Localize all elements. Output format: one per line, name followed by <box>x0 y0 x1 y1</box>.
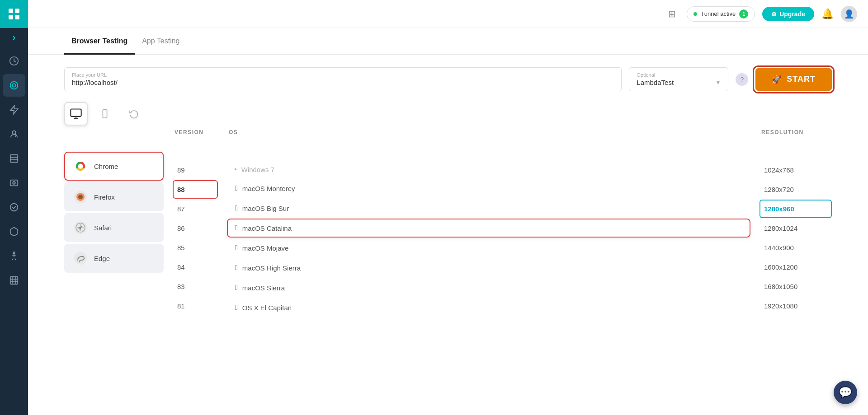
columns-area: Chrome Firefox <box>28 143 868 318</box>
os-macos-big-sur[interactable]:  macOS Big Sur <box>227 199 750 218</box>
windows-icon: ▪ <box>234 165 237 173</box>
browser-edge[interactable]: Edge <box>64 244 164 273</box>
apple-icon-mojave:  <box>235 244 238 252</box>
sidebar-expand-arrow[interactable]: › <box>0 28 28 46</box>
optional-label: Optional <box>637 72 721 78</box>
svg-point-13 <box>13 182 15 184</box>
version-84[interactable]: 84 <box>173 258 218 276</box>
os-column: ▪ Windows 7  macOS Monterey  macOS Big… <box>218 152 750 318</box>
os-macos-sierra[interactable]:  macOS Sierra <box>227 278 750 297</box>
sidebar-item-commerce[interactable] <box>3 220 25 243</box>
browser-chrome[interactable]: Chrome <box>64 152 164 181</box>
main-content: ⊞ Tunnel active 1 ⊕ Upgrade 🔔 👤 Browser … <box>28 0 868 415</box>
os-column-header: OS <box>227 129 750 135</box>
chevron-down-icon: ▼ <box>715 79 721 86</box>
sidebar: › <box>0 0 28 415</box>
apple-icon-sierra:  <box>235 284 238 292</box>
user-avatar[interactable]: 👤 <box>841 6 857 22</box>
svg-rect-0 <box>9 9 13 13</box>
os-macos-mojave[interactable]:  macOS Mojave <box>227 238 750 257</box>
browser-safari[interactable]: Safari <box>64 213 164 242</box>
sidebar-item-smartui[interactable] <box>3 196 25 219</box>
device-mobile[interactable] <box>93 102 117 126</box>
device-row <box>28 91 868 126</box>
chat-icon: 💬 <box>839 386 852 399</box>
tunnel-badge[interactable]: Tunnel active 1 <box>687 6 755 22</box>
version-86[interactable]: 86 <box>173 219 218 238</box>
content-area: Browser Testing App Testing Place your U… <box>28 28 868 415</box>
version-85[interactable]: 85 <box>173 238 218 257</box>
version-81[interactable]: 81 <box>173 297 218 315</box>
optional-select-wrapper: Optional LambdaTest ▼ <box>629 67 728 91</box>
url-input-wrapper: Place your URL <box>64 67 622 91</box>
svg-point-15 <box>13 252 15 254</box>
version-89[interactable]: 89 <box>173 161 218 179</box>
os-windows7[interactable]: ▪ Windows 7 <box>227 161 750 178</box>
svg-rect-12 <box>10 180 18 186</box>
sidebar-item-accessibility[interactable] <box>3 245 25 267</box>
version-88[interactable]: 88 <box>173 180 218 199</box>
config-area: Place your URL Optional LambdaTest ▼ ? 🚀… <box>28 55 868 91</box>
res-1280x720[interactable]: 1280x720 <box>760 180 832 199</box>
sidebar-logo[interactable] <box>0 0 28 28</box>
res-1024x768[interactable]: 1024x768 <box>760 161 832 179</box>
sidebar-nav <box>0 46 28 415</box>
sidebar-item-repository[interactable] <box>3 269 25 292</box>
svg-point-6 <box>10 82 18 89</box>
browser-column: Chrome Firefox <box>64 152 164 318</box>
svg-point-14 <box>10 204 18 211</box>
os-big-sur-label: macOS Big Sur <box>242 205 289 212</box>
res-1280x960[interactable]: 1280x960 <box>760 200 832 218</box>
firefox-label: Firefox <box>94 193 115 201</box>
firefox-icon <box>72 189 89 205</box>
apple-icon-catalina:  <box>235 224 238 232</box>
safari-label: Safari <box>94 224 112 232</box>
res-1600x1200[interactable]: 1600x1200 <box>760 258 832 276</box>
res-1440x900[interactable]: 1440x900 <box>760 238 832 257</box>
version-87[interactable]: 87 <box>173 200 218 218</box>
help-icon[interactable]: ? <box>736 73 748 86</box>
start-label: START <box>787 75 816 84</box>
svg-point-26 <box>78 164 83 169</box>
user-icon: 👤 <box>844 9 854 19</box>
sidebar-item-automation[interactable] <box>3 98 25 121</box>
upgrade-button[interactable]: ⊕ Upgrade <box>762 7 814 21</box>
tab-browser-testing[interactable]: Browser Testing <box>64 28 135 55</box>
sidebar-item-screenshots[interactable] <box>3 172 25 194</box>
os-macos-high-sierra[interactable]:  macOS High Sierra <box>227 258 750 277</box>
svg-rect-1 <box>15 9 19 13</box>
optional-select[interactable]: LambdaTest ▼ <box>637 79 721 86</box>
grid-icon[interactable]: ⊞ <box>668 9 676 19</box>
edge-label: Edge <box>94 255 110 262</box>
device-desktop[interactable] <box>64 102 88 126</box>
chrome-icon <box>72 158 89 174</box>
chat-button[interactable]: 💬 <box>834 381 857 404</box>
apple-icon-el-capitan:  <box>235 303 238 312</box>
os-mojave-label: macOS Mojave <box>242 244 289 252</box>
res-1280x1024[interactable]: 1280x1024 <box>760 219 832 238</box>
os-osx-el-capitan[interactable]:  OS X El Capitan <box>227 298 750 317</box>
tab-app-testing[interactable]: App Testing <box>135 28 187 55</box>
sidebar-item-dashboard[interactable] <box>3 50 25 72</box>
device-history[interactable] <box>122 102 146 126</box>
sidebar-item-records[interactable] <box>3 147 25 170</box>
chrome-label: Chrome <box>94 163 118 170</box>
upgrade-icon: ⊕ <box>771 10 777 18</box>
os-catalina-label: macOS Catalina <box>242 224 292 232</box>
browser-firefox[interactable]: Firefox <box>64 182 164 211</box>
bell-icon[interactable]: 🔔 <box>821 8 834 20</box>
url-input[interactable] <box>72 79 614 86</box>
res-1680x1050[interactable]: 1680x1050 <box>760 277 832 296</box>
start-button[interactable]: 🚀 START <box>755 68 832 91</box>
rocket-icon: 🚀 <box>772 75 782 84</box>
version-83[interactable]: 83 <box>173 277 218 296</box>
svg-point-5 <box>12 84 15 87</box>
topbar: ⊞ Tunnel active 1 ⊕ Upgrade 🔔 👤 <box>28 0 868 28</box>
version-column-header: VERSION <box>173 129 218 135</box>
os-macos-monterey[interactable]:  macOS Monterey <box>227 179 750 198</box>
res-1920x1080[interactable]: 1920x1080 <box>760 297 832 315</box>
sidebar-item-realtime[interactable] <box>3 74 25 97</box>
os-macos-catalina[interactable]:  macOS Catalina <box>227 219 750 238</box>
tunnel-status-dot <box>693 12 697 16</box>
sidebar-item-appautomation[interactable] <box>3 123 25 145</box>
